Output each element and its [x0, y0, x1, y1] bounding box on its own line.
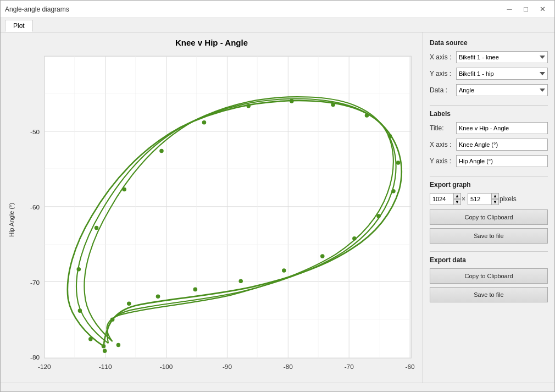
height-up-btn[interactable]: ▲ [491, 193, 499, 199]
close-button[interactable]: ✕ [535, 4, 550, 15]
export-graph-save-btn[interactable]: Save to file [430, 228, 548, 244]
y-axis-field-label: Y axis : [430, 70, 456, 78]
export-graph-copy-btn[interactable]: Copy to Clipboard [430, 209, 548, 225]
width-spinbox: ▲ ▼ [430, 193, 459, 205]
svg-point-46 [396, 161, 401, 165]
svg-point-54 [156, 295, 160, 299]
height-spinbox: ▲ ▼ [468, 193, 497, 205]
divider-3 [430, 251, 548, 252]
y-axis-row: Y axis : Bikefit 1 - hip [430, 68, 548, 80]
svg-point-42 [290, 99, 294, 103]
svg-point-53 [193, 288, 198, 292]
title-bar-controls: ─ □ ✕ [502, 4, 550, 15]
svg-point-41 [246, 104, 251, 108]
svg-point-39 [159, 149, 164, 153]
svg-point-37 [95, 226, 99, 230]
chart-svg-container: -50 -60 -70 -80 -120 -110 -100 -90 -80 -… [15, 49, 417, 383]
x-axis-field-label: X axis : [430, 53, 456, 61]
divider-1 [430, 105, 548, 106]
svg-point-35 [78, 308, 82, 313]
width-spinbox-btns: ▲ ▼ [453, 193, 461, 205]
export-graph-title: Export graph [430, 181, 548, 189]
minimize-button[interactable]: ─ [502, 4, 517, 15]
svg-text:-110: -110 [99, 363, 112, 371]
x-axis-row: X axis : Bikefit 1 - knee [430, 51, 548, 63]
status-bar [1, 383, 554, 391]
label-title-label: Title: [430, 124, 456, 132]
data-field-label: Data : [430, 86, 456, 94]
svg-text:-80: -80 [30, 354, 40, 361]
chart-svg: -50 -60 -70 -80 -120 -110 -100 -90 -80 -… [15, 49, 417, 383]
chart-area: Knee v Hip - Angle Hip Angle (°) [1, 32, 423, 383]
svg-point-55 [127, 301, 131, 306]
svg-point-45 [388, 134, 392, 139]
data-select[interactable]: Angle [456, 84, 548, 96]
chart-title: Knee v Hip - Angle [175, 38, 248, 47]
label-x-label: X axis : [430, 141, 456, 148]
pixels-label: pixels [500, 195, 517, 203]
svg-text:-100: -100 [160, 363, 173, 371]
svg-text:-60: -60 [30, 203, 40, 211]
right-panel: Data source X axis : Bikefit 1 - knee Y … [423, 32, 554, 383]
height-down-btn[interactable]: ▼ [491, 199, 499, 205]
svg-text:-50: -50 [30, 128, 40, 136]
export-data-title: Export data [430, 256, 548, 264]
svg-text:-60: -60 [406, 363, 415, 371]
svg-point-44 [365, 113, 369, 118]
chart-inner: -50 -60 -70 -80 -120 -110 -100 -90 -80 -… [15, 49, 417, 383]
label-y-input[interactable] [456, 155, 548, 167]
svg-point-47 [391, 189, 396, 194]
svg-point-56 [110, 318, 115, 322]
data-row: Data : Angle [430, 84, 548, 96]
svg-text:-90: -90 [223, 363, 232, 371]
label-y-row: Y axis : [430, 155, 548, 167]
label-x-input[interactable] [456, 139, 548, 151]
export-data-copy-btn[interactable]: Copy to Clipboard [430, 268, 548, 284]
maximize-button[interactable]: □ [518, 4, 534, 15]
svg-point-59 [116, 343, 121, 347]
export-size-row: ▲ ▼ × ▲ ▼ pixels [430, 193, 548, 205]
title-bar-left: Angle-angle diagrams [5, 5, 69, 13]
window-title: Angle-angle diagrams [5, 5, 69, 13]
chart-wrapper: Hip Angle (°) [6, 49, 417, 383]
svg-text:-70: -70 [345, 363, 354, 371]
width-down-btn[interactable]: ▼ [453, 199, 461, 205]
svg-rect-0 [45, 56, 411, 358]
svg-point-58 [103, 349, 107, 354]
divider-2 [430, 176, 548, 176]
svg-point-51 [282, 268, 286, 273]
y-axis-label: Hip Angle (°) [6, 49, 15, 383]
svg-point-36 [76, 267, 81, 272]
x-axis-select[interactable]: Bikefit 1 - knee [456, 51, 548, 63]
width-input[interactable] [432, 196, 453, 202]
svg-point-49 [352, 236, 357, 241]
cross-label: × [462, 195, 465, 203]
data-source-title: Data source [430, 39, 548, 47]
svg-text:-70: -70 [30, 279, 40, 286]
main-window: Angle-angle diagrams ─ □ ✕ Plot Knee v H… [0, 0, 555, 392]
tab-bar: Plot [1, 18, 554, 32]
svg-point-40 [202, 120, 207, 125]
tab-plot[interactable]: Plot [5, 20, 33, 32]
export-data-save-btn[interactable]: Save to file [430, 287, 548, 302]
label-x-row: X axis : [430, 139, 548, 151]
width-up-btn[interactable]: ▲ [453, 193, 461, 199]
svg-point-52 [238, 279, 243, 284]
svg-point-57 [88, 337, 93, 341]
label-title-row: Title: [430, 122, 548, 134]
y-axis-select[interactable]: Bikefit 1 - hip [456, 68, 548, 80]
label-y-label: Y axis : [430, 157, 456, 165]
labels-title: Labels [430, 110, 548, 118]
svg-point-43 [331, 103, 335, 107]
svg-point-50 [320, 254, 325, 258]
height-input[interactable] [470, 196, 491, 202]
height-spinbox-btns: ▲ ▼ [491, 193, 499, 205]
svg-point-48 [376, 214, 381, 218]
svg-text:-80: -80 [284, 363, 293, 371]
content-area: Knee v Hip - Angle Hip Angle (°) [1, 32, 554, 383]
svg-point-38 [122, 187, 126, 192]
title-bar: Angle-angle diagrams ─ □ ✕ [1, 1, 554, 18]
svg-text:-120: -120 [38, 363, 51, 371]
svg-point-34 [102, 344, 106, 349]
label-title-input[interactable] [456, 122, 548, 134]
